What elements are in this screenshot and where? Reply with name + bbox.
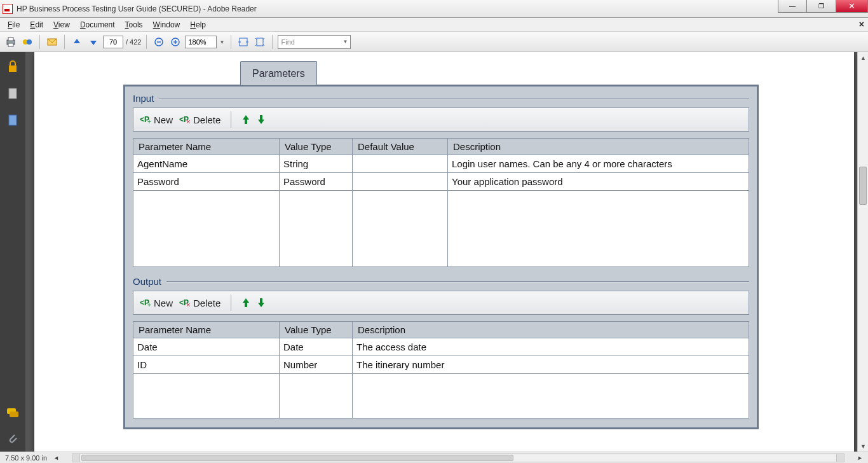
email-icon[interactable] <box>45 35 59 49</box>
col-default-value[interactable]: Default Value <box>353 139 448 155</box>
input-label-text: Input <box>133 93 154 104</box>
scroll-thumb[interactable] <box>859 167 867 205</box>
menu-edit[interactable]: Edit <box>25 19 48 31</box>
cell-desc[interactable]: The itinerary number <box>353 356 749 374</box>
cell-name[interactable]: Password <box>133 173 280 191</box>
input-move-up-button[interactable] <box>241 114 250 125</box>
page-down-button[interactable] <box>86 35 100 49</box>
cell-default[interactable] <box>353 155 448 173</box>
toolbar-separator <box>231 294 231 311</box>
toolbar-separator <box>39 35 40 49</box>
window-titlebar: HP Business Process Testing User Guide (… <box>0 0 868 18</box>
window-minimize-button[interactable]: — <box>778 0 807 13</box>
bookmarks-panel-icon[interactable] <box>6 113 20 127</box>
input-move-down-button[interactable] <box>257 114 266 125</box>
fit-width-icon[interactable] <box>236 35 250 49</box>
zoom-in-button[interactable] <box>168 35 182 49</box>
collaborate-icon[interactable] <box>20 35 34 49</box>
window-close-button[interactable]: ✕ <box>836 0 868 13</box>
horizontal-scrollbar[interactable] <box>72 453 844 462</box>
menu-close-doc-button[interactable]: × <box>859 19 864 29</box>
document-viewport[interactable]: Parameters Input <P+ New <P× De <box>25 52 868 452</box>
comments-panel-icon[interactable] <box>6 406 20 420</box>
menu-tools[interactable]: Tools <box>120 19 148 31</box>
cell-desc[interactable]: Your application password <box>448 173 749 191</box>
find-placeholder: Find <box>281 38 294 46</box>
col-value-type[interactable]: Value Type <box>280 139 353 155</box>
input-new-button[interactable]: <P+ New <box>140 114 173 125</box>
h-scroll-right-button[interactable] <box>836 454 844 462</box>
cell-type[interactable]: Number <box>280 356 353 374</box>
app-pdf-icon <box>3 4 13 14</box>
find-input[interactable]: Find ▼ <box>278 35 351 49</box>
scroll-up-arrow[interactable]: ▲ <box>858 52 868 63</box>
svg-rect-17 <box>10 411 18 417</box>
window-title: HP Business Process Testing User Guide (… <box>17 4 257 13</box>
main-toolbar: / 422 180% ▼ Find ▼ <box>0 32 868 52</box>
output-delete-button[interactable]: <P× Delete <box>179 298 220 308</box>
input-table-header-row: Parameter Name Value Type Default Value … <box>133 139 749 155</box>
input-delete-button[interactable]: <P× Delete <box>179 114 220 125</box>
cell-desc[interactable]: The access date <box>353 338 749 356</box>
output-delete-label: Delete <box>193 298 220 308</box>
page-number-input[interactable] <box>103 36 123 48</box>
cell-type[interactable]: Password <box>280 173 353 191</box>
zoom-out-button[interactable] <box>152 35 166 49</box>
cell-name[interactable]: Date <box>133 338 280 356</box>
output-move-down-button[interactable] <box>257 297 266 308</box>
menu-window[interactable]: Window <box>148 19 186 31</box>
svg-rect-1 <box>8 38 13 41</box>
menu-view[interactable]: View <box>48 19 75 31</box>
h-scroll-right-arrow[interactable]: ► <box>857 455 863 461</box>
cell-type[interactable]: String <box>280 155 353 173</box>
cell-desc[interactable]: Login user names. Can be any 4 or more c… <box>448 155 749 173</box>
cell-default[interactable] <box>353 173 448 191</box>
vertical-scrollbar[interactable]: ▲ ▼ <box>857 52 868 452</box>
table-row[interactable]: AgentName String Login user names. Can b… <box>133 155 749 173</box>
h-scroll-left-button[interactable] <box>72 454 80 462</box>
menu-help[interactable]: Help <box>185 19 211 31</box>
input-toolbar: <P+ New <P× Delete <box>133 107 749 132</box>
zoom-dropdown-icon[interactable]: ▼ <box>220 39 225 45</box>
svg-text:×: × <box>186 118 190 125</box>
window-maximize-button[interactable]: ❐ <box>807 0 836 13</box>
toolbar-separator <box>146 35 147 49</box>
svg-text:+: + <box>147 301 151 308</box>
toolbar-separator <box>64 35 65 49</box>
page-dimensions-label: 7.50 x 9.00 in <box>5 454 47 462</box>
output-new-button[interactable]: <P+ New <box>140 298 173 308</box>
zoom-level-input[interactable]: 180% <box>185 36 217 48</box>
svg-text:+: + <box>147 118 151 125</box>
output-move-up-button[interactable] <box>241 297 250 308</box>
pages-panel-icon[interactable] <box>6 86 20 100</box>
col-parameter-name[interactable]: Parameter Name <box>133 139 280 155</box>
attachments-panel-icon[interactable] <box>6 432 20 446</box>
col-description[interactable]: Description <box>448 139 749 155</box>
menu-document[interactable]: Document <box>75 19 120 31</box>
scroll-down-arrow[interactable]: ▼ <box>858 441 868 452</box>
find-dropdown-icon[interactable]: ▼ <box>343 39 348 45</box>
print-button[interactable] <box>4 35 18 49</box>
page-total-label: / 422 <box>126 38 141 46</box>
security-lock-icon[interactable] <box>6 60 20 74</box>
table-row[interactable]: Date Date The access date <box>133 338 749 356</box>
h-scroll-thumb[interactable] <box>81 455 513 461</box>
table-row[interactable]: Password Password Your application passw… <box>133 173 749 191</box>
output-toolbar: <P+ New <P× Delete <box>133 291 749 315</box>
col-value-type[interactable]: Value Type <box>280 322 353 338</box>
page-up-button[interactable] <box>70 35 84 49</box>
h-scroll-left-arrow[interactable]: ◄ <box>53 455 59 461</box>
fit-page-icon[interactable] <box>253 35 267 49</box>
cell-name[interactable]: ID <box>133 356 280 374</box>
col-description[interactable]: Description <box>353 322 749 338</box>
cell-name[interactable]: AgentName <box>133 155 280 173</box>
menu-file[interactable]: File <box>3 19 25 31</box>
col-parameter-name[interactable]: Parameter Name <box>133 322 280 338</box>
input-delete-label: Delete <box>193 114 220 125</box>
table-row[interactable]: ID Number The itinerary number <box>133 356 749 374</box>
input-new-label: New <box>154 114 173 125</box>
tab-parameters[interactable]: Parameters <box>240 61 317 85</box>
output-table-header-row: Parameter Name Value Type Description <box>133 322 749 338</box>
parameters-panel: Parameters Input <P+ New <P× De <box>123 61 759 430</box>
cell-type[interactable]: Date <box>280 338 353 356</box>
